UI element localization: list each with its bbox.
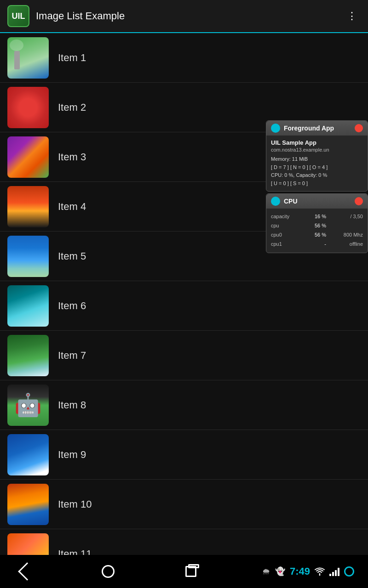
cpu-panel-header: CPU [266,194,368,209]
app-bar: UIL Image List Example ⋮ [0,0,368,33]
thumbnail-10 [7,484,49,525]
foreground-record-button[interactable] [355,124,363,132]
cpu-panel-title: CPU [284,198,355,205]
item-label-3: Item 3 [58,151,86,163]
thumbnail-11 [7,533,49,555]
signal-icon [329,567,339,576]
item-label-10: Item 10 [58,498,92,510]
thumbnail-6 [7,285,49,327]
cpu-row-cpu1: cpu1-offline [271,240,363,249]
notification-icon: 🌧 [262,567,270,577]
overlay-panels: Foreground App UIL Sample App com.nostra… [266,120,368,255]
list-item[interactable]: Item 6 [0,281,368,331]
back-button[interactable] [14,560,37,583]
foreground-panel-header: Foreground App [266,121,368,136]
thumbnail-3 [7,136,49,178]
status-bar: 🌧 👻 7:49 [0,555,368,588]
cpu-row-cpu0: cpu056 %800 Mhz [271,231,363,240]
list-item[interactable]: Item 10 [0,480,368,529]
item-label-5: Item 5 [58,250,86,262]
app-icon: UIL [7,5,29,27]
cpu-stats-table: capacity16 %/ 3,50cpu56 %cpu056 %800 Mhz… [271,212,363,249]
thumbnail-5 [7,236,49,277]
back-icon [18,562,36,581]
item-label-8: Item 8 [58,399,86,411]
foreground-panel-body: UIL Sample App com.nostra13.example.un M… [266,136,368,191]
foreground-panel-title: Foreground App [284,124,355,132]
status-right: 🌧 👻 7:49 [262,565,354,577]
list-item[interactable]: Item 1 [0,33,368,83]
wifi-icon [315,567,325,576]
app-name: UIL Sample App [271,139,363,146]
cpu-panel-body: capacity16 %/ 3,50cpu56 %cpu056 %800 Mhz… [266,209,368,252]
cpu-record-button[interactable] [355,197,363,205]
clock: 7:49 [290,565,310,577]
item-label-1: Item 1 [58,52,86,64]
memory-detail: [ D = 7 ] [ N = 0 ] [ O = 4 ] [271,164,363,172]
cpu-detail: [ U = 0 ] [ S = 0 ] [271,180,363,188]
item-label-6: Item 6 [58,300,86,312]
recents-icon [185,566,196,577]
home-button[interactable] [97,560,120,583]
image-list: Item 1Item 2Item 3Item 4Item 5Item 6Item… [0,33,368,555]
item-label-7: Item 7 [58,350,86,362]
home-icon [102,565,115,578]
data-icon [344,566,354,577]
thumbnail-4 [7,186,49,227]
app-icon-label: UIL [12,11,25,21]
item-label-2: Item 2 [58,102,86,113]
list-item[interactable]: 🤖Item 8 [0,380,368,430]
memory-line: Memory: 11 MiB [271,155,363,164]
ghost-icon: 👻 [275,566,285,577]
app-package: com.nostra13.example.un [271,147,363,153]
thumbnail-2 [7,87,49,128]
cpu-line: CPU: 0 %, Capacity: 0 % [271,171,363,180]
thumbnail-8: 🤖 [7,384,49,426]
thumbnail-9 [7,434,49,475]
thumbnail-7 [7,335,49,376]
foreground-app-panel: Foreground App UIL Sample App com.nostra… [266,120,368,192]
app-title: Image List Example [36,10,343,22]
foreground-panel-icon [271,124,280,133]
cpu-row-capacity: capacity16 %/ 3,50 [271,212,363,221]
item-label-9: Item 9 [58,449,86,461]
overflow-menu-button[interactable]: ⋮ [343,6,361,26]
item-label-11: Item 11 [58,548,92,555]
item-label-4: Item 4 [58,201,86,213]
list-item[interactable]: Item 7 [0,331,368,380]
list-item[interactable]: Item 11 [0,529,368,555]
cpu-row-cpu: cpu56 % [271,221,363,231]
cpu-panel: CPU capacity16 %/ 3,50cpu56 %cpu056 %800… [266,193,368,253]
thumbnail-1 [7,37,49,79]
cpu-panel-icon [271,197,280,206]
recents-button[interactable] [179,560,202,583]
list-item[interactable]: Item 9 [0,430,368,480]
